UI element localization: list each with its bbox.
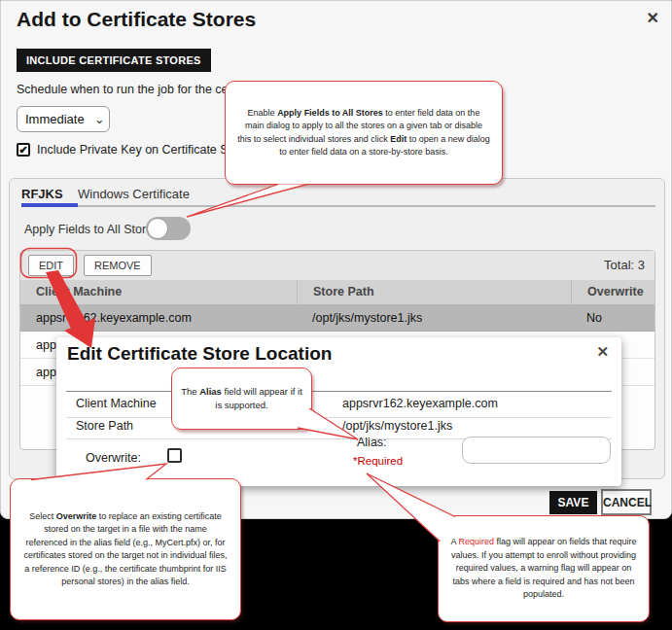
tab-windows-certificate[interactable]: Windows Certificate — [78, 187, 190, 201]
table-row[interactable]: appsrvr162.keyexample.com /opt/jks/mysto… — [20, 304, 654, 332]
callout-text: Enable Apply Fields to All Stores to ent… — [237, 107, 490, 159]
callout-text: A Required flag will appear on fields th… — [448, 536, 639, 602]
callout-apply-fields: Enable Apply Fields to All Stores to ent… — [225, 81, 503, 185]
cancel-button[interactable]: CANCEL — [601, 489, 652, 515]
total-count: Total: 3 — [604, 258, 645, 272]
private-key-checkbox[interactable]: ✔ — [17, 143, 30, 157]
overwrite-label: Overwrite: — [86, 451, 141, 465]
tab-rfjks[interactable]: RFJKS — [21, 187, 63, 201]
schedule-select-value: Immediate — [25, 112, 85, 126]
apply-fields-label: Apply Fields to All Stores — [24, 223, 159, 236]
callout-text: Select Overwrite to replace an existing … — [22, 510, 229, 589]
alias-label: Alias: — [357, 436, 387, 449]
page-title: Add to Certificate Stores — [17, 8, 256, 31]
save-button[interactable]: SAVE — [549, 491, 597, 514]
callout-overwrite: Select Overwrite to replace an existing … — [10, 478, 241, 620]
alias-input[interactable] — [462, 437, 611, 464]
schedule-select[interactable]: Immediate ⌄ — [17, 106, 110, 132]
cell-client-machine: appsrvr162.keyexample.com — [20, 304, 297, 331]
close-icon[interactable]: ✕ — [596, 343, 609, 361]
column-header-client-machine[interactable]: Client Machine — [20, 280, 297, 304]
screenshot-stage: Add to Certificate Stores ✕ INCLUDE CERT… — [0, 0, 672, 630]
apply-fields-toggle[interactable] — [146, 217, 191, 240]
callout-required: A Required flag will appear on fields th… — [438, 515, 650, 622]
column-header-store-path[interactable]: Store Path — [297, 280, 571, 304]
edit-dialog-title: Edit Certificate Store Location — [67, 343, 332, 365]
column-header-overwrite[interactable]: Overwrite — [571, 280, 655, 304]
divider — [66, 417, 612, 418]
field-value-client-machine: appsrvr162.keyexample.com — [342, 397, 498, 410]
callout-text: The Alias field will appear if it is sup… — [180, 385, 303, 413]
remove-button[interactable]: REMOVE — [84, 255, 152, 276]
edit-button[interactable]: EDIT — [28, 255, 74, 276]
close-icon[interactable]: ✕ — [647, 9, 659, 27]
required-flag: *Required — [353, 455, 403, 467]
edit-certificate-store-location-dialog: Edit Certificate Store Location ✕ Client… — [56, 337, 621, 486]
table-toolbar: EDIT REMOVE Total: 3 — [20, 251, 654, 280]
table-header-row: Client Machine Store Path Overwrite — [20, 280, 654, 304]
field-value-store-path: /opt/jks/mystore1.jks — [342, 419, 452, 433]
check-icon: ✔ — [18, 144, 27, 157]
divider — [66, 391, 612, 392]
private-key-label: Include Private Key on Certificate Sto — [37, 143, 238, 157]
cell-store-path: /opt/jks/mystore1.jks — [297, 304, 571, 331]
active-tab-underline — [21, 203, 78, 207]
overwrite-checkbox[interactable] — [167, 448, 182, 463]
chevron-down-icon: ⌄ — [94, 115, 105, 124]
cell-overwrite: No — [571, 304, 655, 331]
field-label-client-machine: Client Machine — [76, 397, 157, 410]
include-certificate-stores-button[interactable]: INCLUDE CERTIFICATE STORES — [17, 49, 211, 72]
tab-track — [21, 205, 655, 207]
callout-alias: The Alias field will appear if it is sup… — [171, 368, 312, 430]
toggle-knob — [147, 218, 168, 239]
include-private-key-row: ✔ Include Private Key on Certificate Sto — [17, 143, 238, 157]
field-label-store-path: Store Path — [76, 419, 133, 433]
